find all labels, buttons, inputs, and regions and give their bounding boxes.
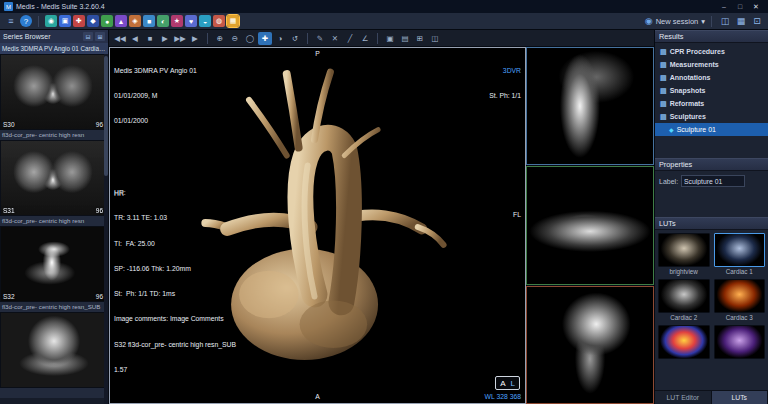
- layout-grid-icon[interactable]: ⊞: [413, 32, 427, 45]
- results-header: Results: [655, 30, 768, 43]
- app-module-icon-6[interactable]: ▲: [115, 15, 127, 27]
- series-thumbnail-image[interactable]: S32 96: [0, 226, 108, 302]
- tree-item-reformats[interactable]: ▤ Reformats: [655, 97, 768, 110]
- tree-item-sculpture-01-selected[interactable]: ◆ Sculpture 01: [655, 123, 768, 136]
- layout-icon[interactable]: ◫: [718, 15, 732, 28]
- app-module-icon-3[interactable]: ✚: [73, 15, 85, 27]
- delete-tool-icon[interactable]: ✕: [328, 32, 342, 45]
- mpr-viewport-sagittal[interactable]: [526, 47, 654, 165]
- tab-lut-editor[interactable]: LUT Editor: [655, 391, 712, 404]
- rotate-tool-icon[interactable]: ↺: [288, 32, 302, 45]
- series-item-s32[interactable]: S32 96 fl3d-cor_pre- centric high resn_S…: [0, 226, 108, 312]
- cine-prev-button[interactable]: ◀: [128, 32, 142, 45]
- series-id: S32: [3, 293, 15, 300]
- cine-stop-button[interactable]: ■: [143, 32, 157, 45]
- marker-a: A: [500, 379, 505, 388]
- grid-view-icon[interactable]: ⊞: [95, 32, 105, 41]
- menu-icon[interactable]: ≡: [4, 15, 18, 28]
- series-thumbnail-image[interactable]: S31 96: [0, 140, 108, 216]
- tree-item-sculptures[interactable]: ▤ Sculptures: [655, 110, 768, 123]
- marker-l: L: [511, 379, 515, 388]
- app-module-icon-10[interactable]: ★: [171, 15, 183, 27]
- lut-preview[interactable]: [658, 233, 710, 267]
- lut-item-cardiac-3[interactable]: Cardiac 3: [714, 279, 766, 322]
- pan-tool-icon[interactable]: ✚: [258, 32, 272, 45]
- zoom-tool-icon[interactable]: ◯: [243, 32, 257, 45]
- cine-last-button[interactable]: ▶▶: [173, 32, 187, 45]
- lut-preview[interactable]: [658, 279, 710, 313]
- tab-luts[interactable]: LUTs: [712, 391, 768, 404]
- cine-play-button[interactable]: ▶: [188, 32, 202, 45]
- series-image-count: 96: [96, 207, 103, 214]
- zoom-in-icon[interactable]: ⊕: [213, 32, 227, 45]
- orientation-posterior: P: [315, 50, 320, 58]
- study-label[interactable]: Medis 3DMRA PV Angio 01 Cardiach...: [0, 43, 108, 54]
- label-input[interactable]: [681, 175, 745, 187]
- series-thumbnail-image[interactable]: S30 96: [0, 54, 108, 130]
- scrollbar[interactable]: [104, 54, 108, 404]
- lut-preview[interactable]: [714, 279, 766, 313]
- app-module-icon-5[interactable]: ●: [101, 15, 113, 27]
- app-module-icon-4[interactable]: ◆: [87, 15, 99, 27]
- series-id: S30: [3, 121, 15, 128]
- tree-item-measurements[interactable]: ▤ Measurements: [655, 58, 768, 71]
- app-module-icon-13[interactable]: ◍: [213, 15, 225, 27]
- orientation-cube-widget[interactable]: A L: [495, 376, 520, 390]
- lut-item-cardiac-1-selected[interactable]: Cardiac 1: [714, 233, 766, 276]
- properties-header: Properties: [655, 158, 768, 171]
- series-item-s30[interactable]: S30 96 fl3d-cor_pre- centric high resn: [0, 54, 108, 140]
- app-module-icon-9[interactable]: ◐: [157, 15, 169, 27]
- folder-icon: ▤: [660, 61, 667, 69]
- zoom-out-icon[interactable]: ⊖: [228, 32, 242, 45]
- help-icon[interactable]: ?: [20, 15, 32, 27]
- lut-preview[interactable]: [658, 325, 710, 359]
- maximize-button[interactable]: □: [732, 1, 748, 12]
- tree-item-cpr-procedures[interactable]: ▤ CPR Procedures: [655, 45, 768, 58]
- tree-item-label: Measurements: [670, 61, 719, 68]
- scrollbar-thumb[interactable]: [104, 56, 108, 176]
- window-level-icon[interactable]: ◑: [273, 32, 287, 45]
- ruler-tool-icon[interactable]: ╱: [343, 32, 357, 45]
- mpr-viewport-axial[interactable]: [526, 166, 654, 284]
- cine-first-button[interactable]: ◀◀: [113, 32, 127, 45]
- info-icon[interactable]: ⊡: [750, 15, 764, 28]
- series-id: S31: [3, 207, 15, 214]
- mpr-viewport-coronal[interactable]: [526, 286, 654, 404]
- lut-preview[interactable]: [714, 233, 766, 267]
- grid-icon[interactable]: ▦: [734, 15, 748, 28]
- app-module-icon-8[interactable]: ■: [143, 15, 155, 27]
- chevron-down-icon: ▾: [701, 17, 705, 26]
- series-item-s31[interactable]: S31 96 fl3d-cor_pre- centric high resn: [0, 140, 108, 226]
- lut-preview[interactable]: [714, 325, 766, 359]
- titlebar: M Medis - Medis Suite 3.2.60.4 – □ ✕: [0, 0, 768, 13]
- tree-item-annotations[interactable]: ▤ Annotations: [655, 71, 768, 84]
- app-module-icon-14[interactable]: ▦: [227, 15, 239, 27]
- lut-item-cardiac-2[interactable]: Cardiac 2: [658, 279, 710, 322]
- app-module-icon-1[interactable]: ◉: [45, 15, 57, 27]
- close-button[interactable]: ✕: [748, 1, 764, 12]
- lut-item-brightview[interactable]: brightview: [658, 233, 710, 276]
- lut-label: Cardiac 2: [658, 313, 710, 322]
- new-session-label: New session: [656, 17, 699, 26]
- app-module-icon-12[interactable]: ◒: [199, 15, 211, 27]
- series-thumbnail-image[interactable]: [0, 312, 108, 388]
- minimize-button[interactable]: –: [716, 1, 732, 12]
- annotate-pencil-icon[interactable]: ✎: [313, 32, 327, 45]
- main-3d-viewport[interactable]: Medis 3DMRA PV Angio 01 01/01/2009, M 01…: [109, 47, 526, 404]
- lut-label: Cardiac 1: [714, 267, 766, 276]
- orientation-foot-left: FL: [513, 211, 521, 219]
- app-module-icon-7[interactable]: ◈: [129, 15, 141, 27]
- angle-tool-icon[interactable]: ∠: [358, 32, 372, 45]
- snapshot-camera-icon[interactable]: ▣: [383, 32, 397, 45]
- lut-item-6[interactable]: [714, 325, 766, 368]
- new-session-dropdown[interactable]: ◉ New session ▾: [645, 16, 705, 26]
- app-module-icon-2[interactable]: ▣: [59, 15, 71, 27]
- app-module-icon-11[interactable]: ♥: [185, 15, 197, 27]
- cine-next-button[interactable]: ▶: [158, 32, 172, 45]
- series-item-partial[interactable]: [0, 312, 108, 398]
- film-icon[interactable]: ▤: [398, 32, 412, 45]
- list-view-icon[interactable]: ⊟: [83, 32, 93, 41]
- tree-item-snapshots[interactable]: ▤ Snapshots: [655, 84, 768, 97]
- layout-window-icon[interactable]: ◫: [428, 32, 442, 45]
- lut-item-5[interactable]: [658, 325, 710, 368]
